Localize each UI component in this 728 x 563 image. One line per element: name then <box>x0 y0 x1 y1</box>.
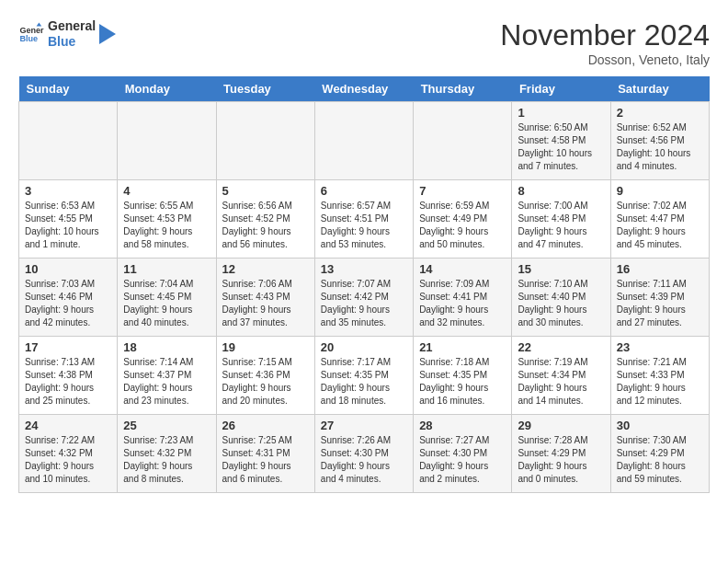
day-info: Sunrise: 7:02 AM Sunset: 4:47 PM Dayligh… <box>617 200 703 251</box>
day-number: 28 <box>419 419 506 432</box>
day-info: Sunrise: 7:27 AM Sunset: 4:30 PM Dayligh… <box>419 434 506 486</box>
calendar-cell: 17Sunrise: 7:13 AM Sunset: 4:38 PM Dayli… <box>19 337 118 415</box>
calendar-cell <box>19 102 118 180</box>
day-number: 6 <box>321 184 407 198</box>
day-info: Sunrise: 7:07 AM Sunset: 4:42 PM Dayligh… <box>321 278 407 329</box>
calendar-cell: 20Sunrise: 7:17 AM Sunset: 4:35 PM Dayli… <box>314 337 413 415</box>
calendar-cell <box>118 102 216 180</box>
calendar-cell <box>216 102 314 180</box>
day-info: Sunrise: 7:09 AM Sunset: 4:41 PM Dayligh… <box>419 278 506 329</box>
day-number: 17 <box>25 340 111 354</box>
calendar-cell: 8Sunrise: 7:00 AM Sunset: 4:48 PM Daylig… <box>512 180 610 259</box>
day-number: 8 <box>518 184 604 198</box>
weekday-header-thursday: Thursday <box>414 76 512 102</box>
day-info: Sunrise: 7:06 AM Sunset: 4:43 PM Dayligh… <box>222 278 309 329</box>
day-info: Sunrise: 6:55 AM Sunset: 4:53 PM Dayligh… <box>123 200 210 251</box>
weekday-header-sunday: Sunday <box>19 76 118 102</box>
svg-text:General: General <box>19 25 44 34</box>
calendar-cell: 4Sunrise: 6:55 AM Sunset: 4:53 PM Daylig… <box>118 180 216 259</box>
calendar-cell: 6Sunrise: 6:57 AM Sunset: 4:51 PM Daylig… <box>314 180 413 259</box>
week-row-3: 10Sunrise: 7:03 AM Sunset: 4:46 PM Dayli… <box>19 259 710 337</box>
calendar-cell: 24Sunrise: 7:22 AM Sunset: 4:32 PM Dayli… <box>19 415 118 493</box>
day-number: 23 <box>617 340 703 354</box>
day-number: 12 <box>222 262 309 276</box>
day-number: 25 <box>123 419 210 432</box>
calendar-cell: 21Sunrise: 7:18 AM Sunset: 4:35 PM Dayli… <box>414 337 512 415</box>
day-number: 21 <box>419 340 506 354</box>
day-number: 5 <box>222 184 309 198</box>
day-number: 16 <box>617 262 703 276</box>
calendar-cell: 3Sunrise: 6:53 AM Sunset: 4:55 PM Daylig… <box>19 180 118 259</box>
logo-arrow-icon <box>99 24 116 44</box>
day-number: 26 <box>222 419 309 432</box>
calendar-cell: 5Sunrise: 6:56 AM Sunset: 4:52 PM Daylig… <box>216 180 314 259</box>
day-number: 1 <box>518 106 604 120</box>
day-info: Sunrise: 7:23 AM Sunset: 4:32 PM Dayligh… <box>123 434 210 486</box>
weekday-header-saturday: Saturday <box>610 76 709 102</box>
logo: General Blue General Blue <box>18 18 116 50</box>
calendar-cell: 11Sunrise: 7:04 AM Sunset: 4:45 PM Dayli… <box>118 259 216 337</box>
logo-blue: Blue <box>48 34 96 50</box>
svg-marker-2 <box>37 22 42 26</box>
day-number: 18 <box>123 340 210 354</box>
week-row-1: 1Sunrise: 6:50 AM Sunset: 4:58 PM Daylig… <box>19 102 710 180</box>
day-info: Sunrise: 7:13 AM Sunset: 4:38 PM Dayligh… <box>25 356 111 408</box>
page-header: General Blue General Blue November 2024 … <box>18 18 710 67</box>
svg-text:Blue: Blue <box>19 34 38 43</box>
location: Dosson, Veneto, Italy <box>500 52 710 67</box>
month-title: November 2024 <box>500 18 710 52</box>
logo-icon: General Blue <box>18 21 44 47</box>
calendar-cell: 27Sunrise: 7:26 AM Sunset: 4:30 PM Dayli… <box>314 415 413 493</box>
day-info: Sunrise: 7:00 AM Sunset: 4:48 PM Dayligh… <box>518 200 604 251</box>
calendar-cell <box>314 102 413 180</box>
day-info: Sunrise: 6:56 AM Sunset: 4:52 PM Dayligh… <box>222 200 309 251</box>
calendar-cell: 19Sunrise: 7:15 AM Sunset: 4:36 PM Dayli… <box>216 337 314 415</box>
day-number: 11 <box>123 262 210 276</box>
day-info: Sunrise: 7:26 AM Sunset: 4:30 PM Dayligh… <box>321 434 407 486</box>
calendar-cell: 23Sunrise: 7:21 AM Sunset: 4:33 PM Dayli… <box>610 337 709 415</box>
day-info: Sunrise: 6:50 AM Sunset: 4:58 PM Dayligh… <box>518 121 604 173</box>
calendar-cell: 16Sunrise: 7:11 AM Sunset: 4:39 PM Dayli… <box>610 259 709 337</box>
svg-marker-3 <box>99 24 116 44</box>
calendar-cell <box>414 102 512 180</box>
weekday-header-friday: Friday <box>512 76 610 102</box>
day-info: Sunrise: 6:59 AM Sunset: 4:49 PM Dayligh… <box>419 200 506 251</box>
calendar-cell: 18Sunrise: 7:14 AM Sunset: 4:37 PM Dayli… <box>118 337 216 415</box>
logo-general: General <box>48 18 96 34</box>
day-number: 9 <box>617 184 703 198</box>
day-info: Sunrise: 6:57 AM Sunset: 4:51 PM Dayligh… <box>321 200 407 251</box>
week-row-5: 24Sunrise: 7:22 AM Sunset: 4:32 PM Dayli… <box>19 415 710 493</box>
day-number: 22 <box>518 340 604 354</box>
day-info: Sunrise: 7:21 AM Sunset: 4:33 PM Dayligh… <box>617 356 703 408</box>
title-block: November 2024 Dosson, Veneto, Italy <box>500 18 710 67</box>
calendar-cell: 9Sunrise: 7:02 AM Sunset: 4:47 PM Daylig… <box>610 180 709 259</box>
day-info: Sunrise: 7:04 AM Sunset: 4:45 PM Dayligh… <box>123 278 210 329</box>
calendar-cell: 29Sunrise: 7:28 AM Sunset: 4:29 PM Dayli… <box>512 415 610 493</box>
calendar-table: SundayMondayTuesdayWednesdayThursdayFrid… <box>18 76 710 493</box>
day-number: 3 <box>25 184 111 198</box>
day-number: 13 <box>321 262 407 276</box>
calendar-cell: 26Sunrise: 7:25 AM Sunset: 4:31 PM Dayli… <box>216 415 314 493</box>
day-number: 19 <box>222 340 309 354</box>
weekday-header-row: SundayMondayTuesdayWednesdayThursdayFrid… <box>19 76 710 102</box>
day-number: 14 <box>419 262 506 276</box>
day-info: Sunrise: 7:10 AM Sunset: 4:40 PM Dayligh… <box>518 278 604 329</box>
calendar-cell: 30Sunrise: 7:30 AM Sunset: 4:29 PM Dayli… <box>610 415 709 493</box>
day-info: Sunrise: 7:30 AM Sunset: 4:29 PM Dayligh… <box>617 434 703 486</box>
calendar-cell: 13Sunrise: 7:07 AM Sunset: 4:42 PM Dayli… <box>314 259 413 337</box>
day-info: Sunrise: 7:17 AM Sunset: 4:35 PM Dayligh… <box>321 356 407 408</box>
calendar-cell: 2Sunrise: 6:52 AM Sunset: 4:56 PM Daylig… <box>610 102 709 180</box>
calendar-cell: 10Sunrise: 7:03 AM Sunset: 4:46 PM Dayli… <box>19 259 118 337</box>
weekday-header-tuesday: Tuesday <box>216 76 314 102</box>
day-info: Sunrise: 7:28 AM Sunset: 4:29 PM Dayligh… <box>518 434 604 486</box>
day-info: Sunrise: 7:15 AM Sunset: 4:36 PM Dayligh… <box>222 356 309 408</box>
day-number: 27 <box>321 419 407 432</box>
day-number: 30 <box>617 419 703 432</box>
day-number: 10 <box>25 262 111 276</box>
day-info: Sunrise: 7:18 AM Sunset: 4:35 PM Dayligh… <box>419 356 506 408</box>
calendar-cell: 22Sunrise: 7:19 AM Sunset: 4:34 PM Dayli… <box>512 337 610 415</box>
day-info: Sunrise: 7:22 AM Sunset: 4:32 PM Dayligh… <box>25 434 111 486</box>
day-number: 15 <box>518 262 604 276</box>
calendar-cell: 14Sunrise: 7:09 AM Sunset: 4:41 PM Dayli… <box>414 259 512 337</box>
day-info: Sunrise: 7:14 AM Sunset: 4:37 PM Dayligh… <box>123 356 210 408</box>
